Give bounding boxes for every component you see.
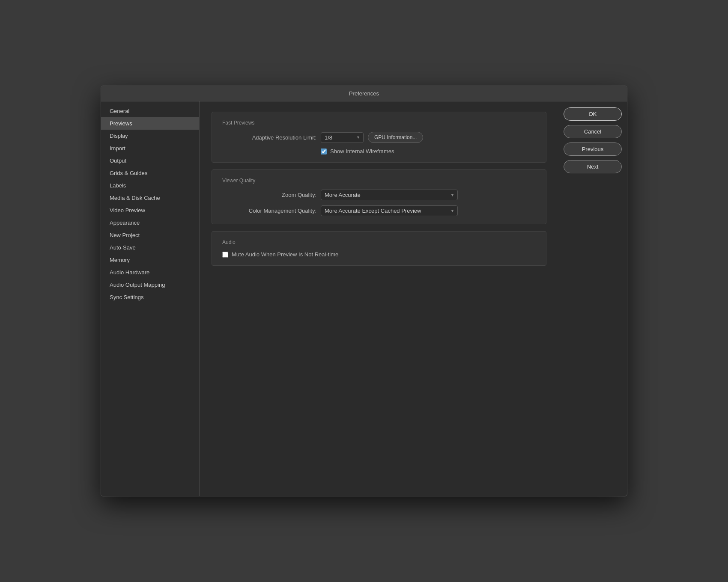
sidebar-item-auto-save[interactable]: Auto-Save bbox=[101, 241, 199, 254]
audio-title: Audio bbox=[222, 239, 536, 245]
zoom-quality-row: Zoom Quality: More Accurate Faster bbox=[222, 190, 536, 200]
sidebar-item-display[interactable]: Display bbox=[101, 130, 199, 142]
audio-section: Audio Mute Audio When Preview Is Not Rea… bbox=[212, 231, 546, 266]
previous-button[interactable]: Previous bbox=[564, 143, 622, 156]
ok-button[interactable]: OK bbox=[564, 107, 622, 121]
sidebar-item-new-project[interactable]: New Project bbox=[101, 229, 199, 241]
sidebar-item-output[interactable]: Output bbox=[101, 154, 199, 167]
sidebar-item-general[interactable]: General bbox=[101, 105, 199, 117]
title-bar: Preferences bbox=[101, 86, 627, 101]
viewer-quality-title: Viewer Quality bbox=[222, 178, 536, 184]
mute-audio-label[interactable]: Mute Audio When Preview Is Not Real-time bbox=[232, 251, 338, 258]
adaptive-resolution-select[interactable]: Full 1/2 1/4 1/8 1/16 bbox=[321, 132, 364, 143]
show-wireframes-checkbox[interactable] bbox=[321, 148, 327, 154]
gpu-information-button[interactable]: GPU Information... bbox=[368, 132, 423, 143]
zoom-quality-select[interactable]: More Accurate Faster bbox=[321, 190, 458, 200]
zoom-quality-label: Zoom Quality: bbox=[222, 192, 316, 198]
next-button[interactable]: Next bbox=[564, 160, 622, 173]
dialog-body: General Previews Display Import Output G… bbox=[101, 101, 627, 496]
dialog-title: Preferences bbox=[349, 90, 379, 97]
sidebar-item-import[interactable]: Import bbox=[101, 142, 199, 154]
zoom-quality-select-wrapper: More Accurate Faster bbox=[321, 190, 458, 200]
color-management-select-wrapper: More Accurate Except Cached Preview More… bbox=[321, 205, 458, 216]
adaptive-resolution-label: Adaptive Resolution Limit: bbox=[222, 134, 316, 141]
sidebar-item-sync-settings[interactable]: Sync Settings bbox=[101, 291, 199, 303]
sidebar-item-appearance[interactable]: Appearance bbox=[101, 217, 199, 229]
sidebar: General Previews Display Import Output G… bbox=[101, 101, 200, 496]
sidebar-item-memory[interactable]: Memory bbox=[101, 254, 199, 266]
preferences-dialog: Preferences General Previews Display Imp… bbox=[101, 86, 627, 496]
mute-audio-checkbox-row: Mute Audio When Preview Is Not Real-time bbox=[222, 251, 338, 258]
sidebar-item-audio-output-mapping[interactable]: Audio Output Mapping bbox=[101, 279, 199, 291]
mute-audio-checkbox[interactable] bbox=[222, 252, 228, 258]
color-management-select[interactable]: More Accurate Except Cached Preview More… bbox=[321, 205, 458, 216]
action-buttons-panel: OK Cancel Previous Next bbox=[558, 101, 627, 496]
sidebar-item-audio-hardware[interactable]: Audio Hardware bbox=[101, 266, 199, 279]
sidebar-item-media-disk-cache[interactable]: Media & Disk Cache bbox=[101, 192, 199, 204]
adaptive-resolution-controls: Full 1/2 1/4 1/8 1/16 GPU Information... bbox=[321, 132, 423, 143]
fast-previews-title: Fast Previews bbox=[222, 120, 536, 126]
adaptive-resolution-row: Adaptive Resolution Limit: Full 1/2 1/4 … bbox=[222, 132, 536, 143]
sidebar-item-labels[interactable]: Labels bbox=[101, 179, 199, 192]
color-management-label: Color Management Quality: bbox=[222, 208, 316, 214]
adaptive-resolution-select-wrapper: Full 1/2 1/4 1/8 1/16 bbox=[321, 132, 364, 143]
sidebar-item-previews[interactable]: Previews bbox=[101, 117, 199, 130]
color-management-row: Color Management Quality: More Accurate … bbox=[222, 205, 536, 216]
sidebar-item-video-preview[interactable]: Video Preview bbox=[101, 204, 199, 217]
show-wireframes-label[interactable]: Show Internal Wireframes bbox=[330, 148, 394, 154]
fast-previews-section: Fast Previews Adaptive Resolution Limit:… bbox=[212, 112, 546, 163]
cancel-button[interactable]: Cancel bbox=[564, 125, 622, 138]
wireframes-checkbox-row: Show Internal Wireframes bbox=[321, 148, 394, 154]
wireframes-row: Show Internal Wireframes bbox=[222, 148, 536, 154]
viewer-quality-section: Viewer Quality Zoom Quality: More Accura… bbox=[212, 169, 546, 224]
main-content: Fast Previews Adaptive Resolution Limit:… bbox=[200, 101, 558, 496]
mute-audio-row: Mute Audio When Preview Is Not Real-time bbox=[222, 251, 536, 258]
sidebar-item-grids-guides[interactable]: Grids & Guides bbox=[101, 167, 199, 179]
